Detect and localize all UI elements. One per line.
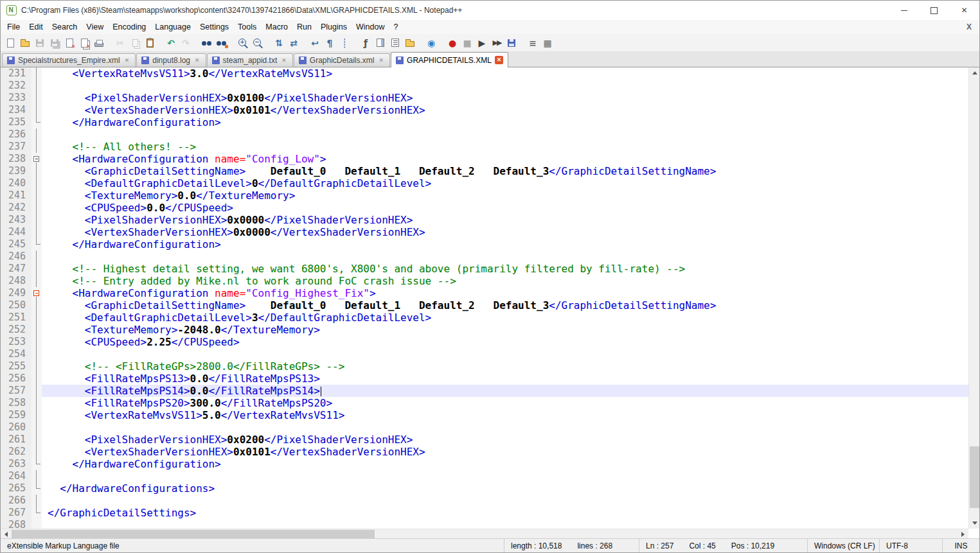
menu-item-search[interactable]: Search — [48, 21, 82, 33]
line-number[interactable]: 258 — [1, 397, 31, 409]
code-line-251[interactable]: 251 <DefaultGraphicDetailLevel>3</Defaul… — [1, 312, 968, 324]
tab-steam-appid-txt[interactable]: steam_appid.txt✕ — [207, 53, 293, 67]
line-number[interactable]: 241 — [1, 189, 31, 202]
line-number[interactable]: 255 — [1, 360, 31, 373]
fold-margin[interactable] — [31, 226, 42, 238]
print-icon[interactable] — [92, 36, 106, 50]
line-number[interactable]: 252 — [1, 324, 31, 336]
fold-margin[interactable] — [31, 275, 42, 287]
code-text[interactable]: <TextureMemory>-2048.0</TextureMemory> — [42, 324, 968, 336]
fold-margin[interactable] — [31, 482, 42, 495]
line-number[interactable]: 263 — [1, 458, 31, 470]
code-text[interactable]: <PixelShaderVersionHEX>0x0000</PixelShad… — [42, 214, 968, 226]
fold-margin[interactable] — [31, 238, 42, 250]
code-line-236[interactable]: 236 — [1, 128, 968, 141]
redo-icon[interactable]: ↷ — [179, 36, 193, 50]
close-button[interactable]: ✕ — [949, 1, 979, 20]
code-line-242[interactable]: 242 <CPUSpeed>0.0</CPUSpeed> — [1, 202, 968, 214]
menu-item-macro[interactable]: Macro — [261, 21, 292, 33]
function-list-icon[interactable]: ƒ — [359, 36, 373, 50]
fold-margin[interactable] — [31, 434, 42, 446]
fold-margin[interactable] — [31, 385, 42, 397]
line-number[interactable]: 236 — [1, 128, 31, 141]
line-number[interactable]: 250 — [1, 299, 31, 312]
close-file-icon[interactable] — [62, 36, 76, 50]
menu-item-settings[interactable]: Settings — [195, 21, 233, 33]
fold-margin[interactable] — [31, 202, 42, 214]
code-line-233[interactable]: 233 <PixelShaderVersionHEX>0x0100</Pixel… — [1, 92, 968, 104]
code-line-241[interactable]: 241 <TextureMemory>0.0</TextureMemory> — [1, 189, 968, 202]
tab-graphicdetails-xml[interactable]: GRAPHICDETAILS.XML✕ — [391, 52, 508, 67]
copy-icon[interactable] — [128, 36, 142, 50]
monitoring-icon[interactable]: ◉ — [424, 36, 438, 50]
code-line-237[interactable]: 237 <!-- All others! --> — [1, 141, 968, 153]
code-line-244[interactable]: 244 <VertexShaderVersionHEX>0x0000</Vert… — [1, 226, 968, 238]
code-line-248[interactable]: 248 <!-- Entry added by Mike.nl to work … — [1, 275, 968, 287]
code-line-260[interactable]: 260 — [1, 421, 968, 434]
code-text[interactable]: </HardwareConfiguration> — [42, 116, 968, 128]
menu-close-x[interactable]: X — [959, 22, 979, 31]
line-number[interactable]: 256 — [1, 373, 31, 385]
line-number[interactable]: 237 — [1, 141, 31, 153]
show-all-characters-icon[interactable]: ¶ — [323, 36, 337, 50]
code-line-264[interactable]: 264 — [1, 470, 968, 482]
code-line-266[interactable]: 266 — [1, 495, 968, 507]
tab-close-icon[interactable]: ✕ — [123, 57, 131, 64]
fold-margin[interactable] — [31, 312, 42, 324]
fold-margin[interactable] — [31, 299, 42, 312]
macro-save-icon[interactable] — [504, 36, 519, 50]
code-line-232[interactable]: 232 — [1, 80, 968, 92]
line-number[interactable]: 235 — [1, 116, 31, 128]
code-text[interactable]: <CPUSpeed>2.25</CPUSpeed> — [42, 336, 968, 348]
fold-margin[interactable] — [31, 495, 42, 507]
code-line-249[interactable]: 249 <HardwareConfiguration name="Config_… — [1, 287, 968, 299]
code-text[interactable]: <HardwareConfiguration name="Config_High… — [42, 287, 968, 299]
code-line-262[interactable]: 262 <VertexShaderVersionHEX>0x0101</Vert… — [1, 446, 968, 458]
code-line-240[interactable]: 240 <DefaultGraphicDetailLevel>0</Defaul… — [1, 177, 968, 189]
menu-item-file[interactable]: File — [3, 21, 24, 33]
fold-margin[interactable] — [31, 421, 42, 434]
code-line-234[interactable]: 234 <VertexShaderVersionHEX>0x0101</Vert… — [1, 104, 968, 116]
minimize-button[interactable] — [889, 1, 919, 20]
code-text[interactable]: <VertexShaderVersionHEX>0x0000</VertexSh… — [42, 226, 968, 238]
code-line-263[interactable]: 263 </HardwareConfiguration> — [1, 458, 968, 470]
code-line-246[interactable]: 246 — [1, 250, 968, 263]
code-lines[interactable]: 231 <VertexRateMvsVS11>3.0</VertexRateMv… — [1, 67, 968, 529]
code-line-257[interactable]: 257 <FillRateMpsPS14>0.0</FillRateMpsPS1… — [1, 385, 968, 397]
menu-item-language[interactable]: Language — [150, 21, 195, 33]
fold-margin[interactable] — [31, 67, 42, 80]
line-number[interactable]: 261 — [1, 434, 31, 446]
horizontal-scroll-thumb[interactable] — [12, 530, 375, 538]
code-text[interactable]: <VertexRateMvsVS11>5.0</VertexRateMvsVS1… — [42, 409, 968, 421]
code-line-261[interactable]: 261 <PixelShaderVersionHEX>0x0200</Pixel… — [1, 434, 968, 446]
fold-margin[interactable] — [31, 128, 42, 141]
code-line-243[interactable]: 243 <PixelShaderVersionHEX>0x0000</Pixel… — [1, 214, 968, 226]
line-number[interactable]: 254 — [1, 348, 31, 360]
fold-margin[interactable] — [31, 397, 42, 409]
plugin-button-1-icon[interactable]: ≡ — [526, 36, 540, 50]
menu-item-run[interactable]: Run — [292, 21, 316, 33]
code-text[interactable]: </HardwareConfigurations> — [42, 482, 968, 495]
status-eol-format[interactable]: Windows (CR LF) — [807, 539, 879, 552]
status-insert-mode[interactable]: INS — [942, 539, 979, 552]
fold-margin[interactable] — [31, 153, 42, 165]
line-number[interactable]: 268 — [1, 519, 31, 529]
scroll-right-icon[interactable] — [958, 529, 968, 538]
fold-margin[interactable] — [31, 519, 42, 529]
macro-run-multiple-icon[interactable]: ▶▶ — [490, 36, 504, 50]
menu-item-help[interactable]: ? — [389, 21, 402, 33]
fold-collapse-icon[interactable] — [33, 156, 39, 162]
line-number[interactable]: 253 — [1, 336, 31, 348]
code-line-259[interactable]: 259 <VertexRateMvsVS11>5.0</VertexRateMv… — [1, 409, 968, 421]
code-line-268[interactable]: 268 — [1, 519, 968, 529]
code-text[interactable]: <PixelShaderVersionHEX>0x0200</PixelShad… — [42, 434, 968, 446]
code-text[interactable]: <FillRateMpsPS13>0.0</FillRateMpsPS13> — [42, 373, 968, 385]
sync-horizontal-scrolling-icon[interactable]: ⇄ — [287, 36, 301, 50]
open-file-icon[interactable] — [18, 36, 32, 50]
vertical-scrollbar[interactable] — [968, 67, 979, 529]
fold-margin[interactable] — [31, 409, 42, 421]
line-number[interactable]: 242 — [1, 202, 31, 214]
zoom-in-icon[interactable] — [236, 36, 250, 50]
fold-margin[interactable] — [31, 458, 42, 470]
line-number[interactable]: 257 — [1, 385, 31, 397]
